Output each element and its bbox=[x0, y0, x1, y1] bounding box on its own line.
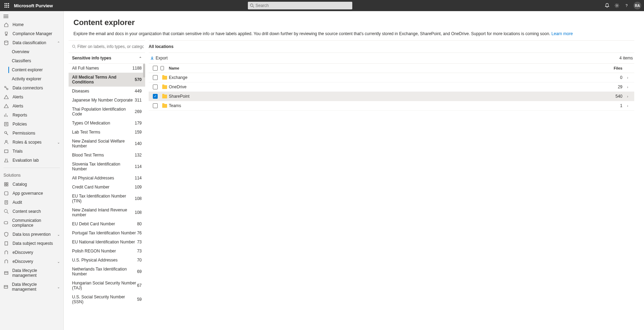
sensitive-type-item[interactable]: New Zealand Social Welfare Number140 bbox=[69, 137, 145, 151]
search-input[interactable] bbox=[256, 3, 350, 8]
sensitive-type-item[interactable]: Credit Card Number109 bbox=[69, 183, 145, 192]
svg-rect-38 bbox=[5, 272, 8, 274]
select-all-checkbox[interactable] bbox=[150, 66, 160, 71]
svg-rect-3 bbox=[5, 5, 6, 6]
row-checkbox[interactable] bbox=[150, 103, 160, 108]
settings-icon[interactable] bbox=[612, 1, 622, 10]
sensitive-type-item[interactable]: All Physical Addresses114 bbox=[69, 174, 145, 183]
alert-icon bbox=[3, 104, 9, 108]
sensitive-type-label: Blood Test Terms bbox=[72, 153, 104, 158]
doc-icon bbox=[160, 66, 169, 70]
sensitive-type-item[interactable]: Thai Population Identification Code269 bbox=[69, 105, 145, 119]
chevron-right-icon: › bbox=[622, 95, 633, 98]
sensitive-type-item[interactable]: U.S. Physical Addresses70 bbox=[69, 256, 145, 265]
svg-line-10 bbox=[253, 6, 254, 7]
sensitive-type-item[interactable]: U.S. Social Security Number (SSN)59 bbox=[69, 292, 145, 306]
sensitive-type-item[interactable]: Diseases449 bbox=[69, 87, 145, 96]
app-launcher-icon[interactable] bbox=[3, 1, 11, 10]
sidebar-item[interactable]: Trials bbox=[0, 147, 63, 156]
sensitive-type-label: All Full Names bbox=[72, 66, 99, 71]
sensitive-type-item[interactable]: All Full Names1188 bbox=[69, 64, 145, 73]
sensitive-type-item[interactable]: New Zealand Inland Revenue number108 bbox=[69, 206, 145, 219]
sidebar-item[interactable]: Roles & scopes⌄ bbox=[0, 138, 63, 147]
sensitive-type-item[interactable]: Japanese My Number Corporate311 bbox=[69, 96, 145, 105]
chevron-up-icon: ⌃ bbox=[139, 56, 142, 60]
permissions-icon bbox=[3, 131, 9, 136]
page-description: Explore the email and docs in your organ… bbox=[73, 31, 634, 37]
sidebar-item[interactable]: Home bbox=[0, 20, 63, 29]
location-row[interactable]: OneDrive29› bbox=[149, 82, 634, 92]
sensitive-type-item[interactable]: Types Of Medication179 bbox=[69, 119, 145, 128]
comm-icon bbox=[3, 220, 9, 225]
sensitive-type-item[interactable]: Lab Test Terms159 bbox=[69, 128, 145, 137]
sensitive-type-item[interactable]: Portugal Tax Identification Number76 bbox=[69, 228, 145, 238]
sensitive-type-label: U.S. Physical Addresses bbox=[72, 258, 118, 263]
location-file-count: 0 bbox=[602, 75, 622, 80]
sidebar-item[interactable]: Catalog bbox=[0, 180, 63, 189]
sidebar-item[interactable]: Data lifecycle management⌄ bbox=[0, 280, 63, 294]
sidebar-item[interactable]: Overview bbox=[0, 47, 63, 56]
ediscovery-icon bbox=[3, 250, 9, 255]
sidebar-item[interactable]: Communication compliance bbox=[0, 216, 63, 230]
scrollbar-thumb[interactable] bbox=[143, 64, 145, 78]
chevron-right-icon: › bbox=[622, 104, 633, 108]
sensitive-type-item[interactable]: EU National Identification Number73 bbox=[69, 238, 145, 247]
help-icon[interactable]: ? bbox=[622, 1, 631, 10]
learn-more-link[interactable]: Learn more bbox=[551, 31, 573, 36]
sidebar-item[interactable]: Alerts bbox=[0, 92, 63, 102]
sidebar-toggle[interactable] bbox=[0, 13, 63, 20]
sensitive-type-label: New Zealand Inland Revenue number bbox=[72, 208, 135, 217]
sidebar-item[interactable]: Classifiers bbox=[0, 56, 63, 65]
sidebar-item[interactable]: Content search bbox=[0, 207, 63, 216]
location-row[interactable]: Teams1› bbox=[149, 101, 634, 111]
filter-group-header[interactable]: Sensitive info types ⌃ bbox=[69, 53, 145, 64]
sidebar-item[interactable]: Data classification⌃ bbox=[0, 38, 63, 47]
sidebar-item[interactable]: App governance bbox=[0, 189, 63, 198]
filter-input[interactable] bbox=[77, 44, 144, 49]
sidebar-item[interactable]: Data lifecycle management bbox=[0, 266, 63, 280]
sidebar-item[interactable]: Data connectors bbox=[0, 83, 63, 92]
alert-icon bbox=[3, 95, 9, 99]
sensitive-type-item[interactable]: Polish REGON Number73 bbox=[69, 247, 145, 256]
user-avatar[interactable]: RA bbox=[634, 2, 641, 9]
row-checkbox[interactable] bbox=[150, 75, 160, 80]
sidebar-item[interactable]: Data loss prevention⌄ bbox=[0, 230, 63, 239]
sensitive-type-item[interactable]: EU Debit Card Number80 bbox=[69, 219, 145, 228]
location-name: Exchange bbox=[169, 75, 602, 80]
location-name: OneDrive bbox=[169, 84, 602, 89]
sensitive-type-item[interactable]: Slovenia Tax Identification Number114 bbox=[69, 160, 145, 174]
sensitive-type-item[interactable]: EU Tax Identification Number (TIN)108 bbox=[69, 192, 145, 206]
sidebar-item[interactable]: Data subject requests bbox=[0, 239, 63, 248]
sensitive-type-item[interactable]: Netherlands Tax Identification Number69 bbox=[69, 265, 145, 279]
location-row[interactable]: SharePoint540› bbox=[149, 92, 634, 101]
sidebar-item-label: Permissions bbox=[13, 131, 35, 136]
sidebar-item[interactable]: Content explorer bbox=[0, 65, 63, 74]
global-search[interactable] bbox=[248, 2, 352, 9]
sidebar-item[interactable]: Evaluation lab bbox=[0, 156, 63, 165]
sidebar-item[interactable]: Permissions bbox=[0, 129, 63, 138]
dlm-icon bbox=[3, 271, 9, 275]
row-checkbox[interactable] bbox=[150, 94, 160, 99]
sensitive-type-item[interactable]: Blood Test Terms132 bbox=[69, 151, 145, 160]
sensitive-type-item[interactable]: All Medical Terms And Conditions570 bbox=[69, 73, 145, 87]
location-file-count: 29 bbox=[602, 84, 622, 89]
chevron-up-icon: ⌃ bbox=[57, 41, 60, 45]
row-checkbox[interactable] bbox=[150, 84, 160, 89]
filter-input-row[interactable] bbox=[69, 41, 145, 53]
sensitive-type-item[interactable]: Hungarian Social Security Number (TAJ)67 bbox=[69, 279, 145, 292]
svg-rect-20 bbox=[5, 122, 8, 126]
location-row[interactable]: Exchange0› bbox=[149, 73, 634, 82]
sidebar-item[interactable]: eDiscovery⌄ bbox=[0, 257, 63, 266]
sidebar-item[interactable]: Alerts bbox=[0, 102, 63, 111]
sensitive-type-label: Netherlands Tax Identification Number bbox=[72, 267, 137, 276]
sensitive-type-count: 1188 bbox=[132, 66, 142, 71]
sidebar-item[interactable]: eDiscovery bbox=[0, 248, 63, 257]
notifications-icon[interactable] bbox=[602, 1, 612, 10]
sidebar-item[interactable]: Policies bbox=[0, 120, 63, 129]
export-button[interactable]: Export bbox=[150, 56, 168, 61]
sidebar-item[interactable]: Compliance Manager bbox=[0, 29, 63, 38]
sidebar-item[interactable]: Reports bbox=[0, 111, 63, 120]
sidebar-item-label: App governance bbox=[13, 191, 43, 196]
sidebar-item[interactable]: Audit bbox=[0, 198, 63, 207]
sidebar-item[interactable]: Activity explorer bbox=[0, 74, 63, 83]
